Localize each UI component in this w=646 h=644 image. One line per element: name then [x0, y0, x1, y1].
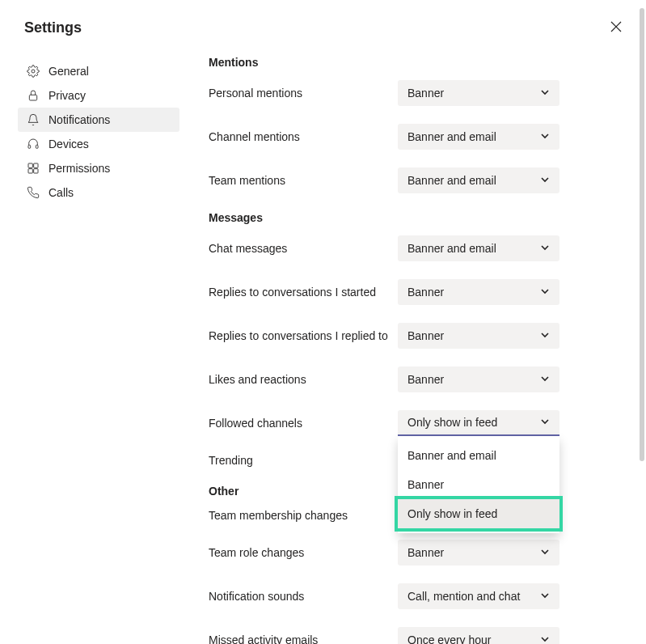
sidebar-item-label: Privacy: [49, 89, 86, 102]
close-icon: [610, 21, 622, 35]
chevron-down-icon: [540, 87, 550, 100]
row-label: Team role changes: [209, 546, 304, 559]
page-title: Settings: [24, 19, 82, 36]
row-label: Team membership changes: [209, 509, 348, 522]
row-label: Likes and reactions: [209, 373, 306, 386]
row-label: Notification sounds: [209, 590, 304, 603]
svg-rect-8: [28, 169, 32, 173]
select-value: Banner and email: [407, 174, 496, 187]
dropdown-option[interactable]: Banner: [398, 470, 559, 499]
select-missed-activity-emails[interactable]: Once every hour: [398, 627, 559, 644]
sidebar-item-label: Notifications: [49, 113, 110, 126]
sidebar-item-general[interactable]: General: [18, 59, 179, 83]
select-value: Call, mention and chat: [407, 590, 520, 603]
headset-icon: [26, 138, 40, 150]
sidebar-item-notifications[interactable]: Notifications: [18, 108, 179, 132]
select-notification-sounds[interactable]: Call, mention and chat: [398, 583, 559, 609]
lock-icon: [26, 89, 40, 102]
sidebar-item-permissions[interactable]: Permissions: [18, 156, 179, 180]
chevron-down-icon: [540, 373, 550, 386]
chevron-down-icon: [540, 416, 550, 429]
row-label: Followed channels: [209, 417, 302, 430]
svg-rect-4: [28, 145, 31, 148]
bell-icon: [26, 113, 40, 126]
svg-rect-3: [29, 95, 36, 100]
apps-icon: [26, 162, 40, 175]
select-chat-messages[interactable]: Banner and email: [398, 235, 559, 261]
select-value: Banner: [407, 286, 444, 299]
sidebar-item-label: Calls: [49, 186, 74, 199]
sidebar-item-label: Devices: [49, 138, 89, 150]
select-team-role-changes[interactable]: Banner: [398, 540, 559, 566]
svg-rect-7: [34, 163, 38, 167]
section-title-messages: Messages: [209, 211, 559, 224]
row-label: Team mentions: [209, 174, 285, 187]
svg-rect-6: [28, 163, 32, 167]
chevron-down-icon: [540, 286, 550, 299]
select-likes-reactions[interactable]: Banner: [398, 366, 559, 392]
row-label: Replies to conversations I started: [209, 286, 376, 299]
select-personal-mentions[interactable]: Banner: [398, 80, 559, 106]
select-dropdown: Banner and email Banner Only show in fee…: [398, 436, 559, 533]
select-followed-channels[interactable]: Only show in feed: [398, 410, 559, 436]
select-team-mentions[interactable]: Banner and email: [398, 167, 559, 193]
settings-sidebar: General Privacy Notifications Devices Pe…: [18, 53, 179, 644]
close-button[interactable]: [610, 21, 622, 36]
chevron-down-icon: [540, 174, 550, 187]
row-label: Channel mentions: [209, 130, 300, 143]
sidebar-item-label: Permissions: [49, 162, 110, 175]
svg-rect-5: [36, 145, 38, 148]
svg-point-2: [32, 70, 35, 73]
select-value: Banner: [407, 329, 444, 342]
row-label: Personal mentions: [209, 87, 302, 100]
select-value: Banner: [407, 546, 444, 559]
chevron-down-icon: [540, 329, 550, 342]
select-value: Only show in feed: [407, 416, 497, 429]
chevron-down-icon: [540, 590, 550, 603]
select-replies-started[interactable]: Banner: [398, 279, 559, 305]
phone-icon: [26, 186, 40, 199]
sidebar-item-label: General: [49, 65, 89, 78]
select-value: Banner and email: [407, 242, 496, 255]
sidebar-item-calls[interactable]: Calls: [18, 180, 179, 205]
chevron-down-icon: [540, 242, 550, 255]
row-label: Missed activity emails: [209, 633, 318, 644]
settings-content: Mentions Personal mentions Banner Channe…: [179, 53, 559, 644]
select-value: Once every hour: [407, 633, 492, 644]
select-channel-mentions[interactable]: Banner and email: [398, 124, 559, 150]
chevron-down-icon: [540, 546, 550, 559]
chevron-down-icon: [540, 633, 550, 644]
dropdown-option[interactable]: Only show in feed: [398, 499, 559, 528]
row-label: Trending: [209, 454, 253, 467]
sidebar-item-privacy[interactable]: Privacy: [18, 83, 179, 108]
sidebar-item-devices[interactable]: Devices: [18, 132, 179, 156]
row-label: Replies to conversations I replied to: [209, 329, 388, 342]
scrollbar-thumb[interactable]: [640, 8, 644, 461]
select-value: Banner: [407, 373, 444, 386]
select-value: Banner and email: [407, 130, 496, 143]
chevron-down-icon: [540, 130, 550, 143]
dropdown-option[interactable]: Banner and email: [398, 441, 559, 470]
section-title-mentions: Mentions: [209, 56, 559, 69]
select-replies-replied[interactable]: Banner: [398, 323, 559, 349]
gear-icon: [26, 65, 40, 78]
vertical-scrollbar[interactable]: [640, 8, 644, 494]
row-label: Chat messages: [209, 242, 287, 255]
svg-rect-9: [34, 169, 38, 173]
select-value: Banner: [407, 87, 444, 100]
